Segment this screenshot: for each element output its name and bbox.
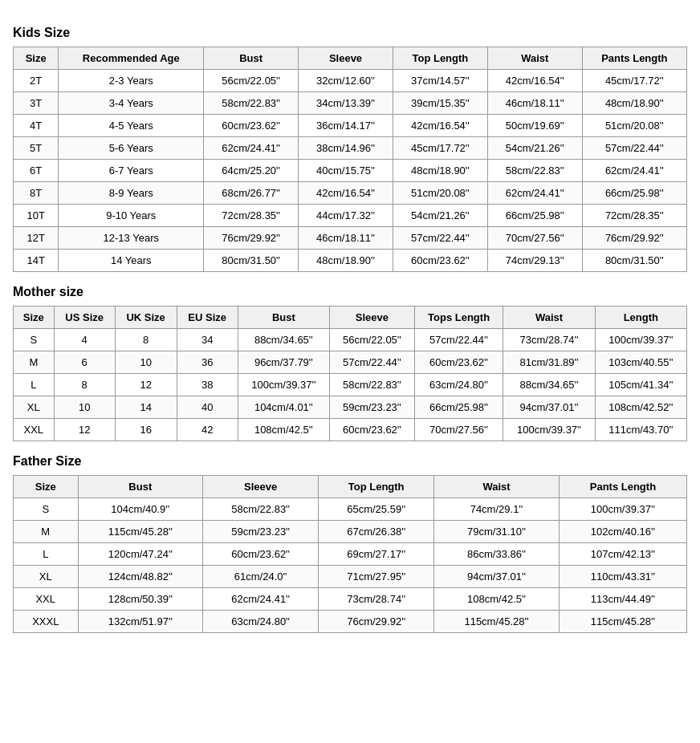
table-cell: 8 [115,329,177,351]
table-cell: 94cm/37.01'' [434,566,560,588]
table-cell: 62cm/24.41'' [487,182,582,205]
table-cell: 14 Years [59,250,204,272]
table-cell: 39cm/15.35'' [393,92,487,115]
header-cell: UK Size [115,307,177,329]
table-cell: 72cm/28.35'' [582,205,686,227]
kids-thead: SizeRecommended AgeBustSleeveTop LengthW… [14,47,687,70]
table-cell: 59cm/23.23'' [330,396,415,419]
table-cell: 66cm/25.98'' [414,396,503,419]
kids-table: SizeRecommended AgeBustSleeveTop LengthW… [13,47,687,272]
header-cell: Pants Length [582,47,686,70]
header-cell: Size [14,476,79,498]
table-cell: S [14,498,79,521]
table-row: 14T14 Years80cm/31.50''48cm/18.90''60cm/… [14,250,687,272]
header-cell: Recommended Age [59,47,204,70]
table-cell: 6-7 Years [59,160,204,182]
table-cell: 8T [14,182,59,205]
table-cell: 74cm/29.13'' [487,250,582,272]
mother-title: Mother size [13,285,687,299]
table-cell: 36 [177,351,238,374]
table-row: M115cm/45.28''59cm/23.23''67cm/26.38''79… [14,521,687,543]
table-cell: 6 [54,351,115,374]
table-row: M6103696cm/37.79''57cm/22.44''60cm/23.62… [14,351,687,374]
table-cell: 3-4 Years [59,92,204,115]
table-cell: 34 [177,329,238,351]
header-cell: Waist [503,307,595,329]
table-cell: 60cm/23.62'' [330,419,415,441]
table-cell: 46cm/18.11'' [299,227,393,250]
table-cell: 40cm/15.75'' [299,160,393,182]
table-cell: 10T [14,205,59,227]
table-cell: 80cm/31.50'' [204,250,299,272]
table-cell: 73cm/28.74'' [503,329,595,351]
table-row: XXL121642108cm/42.5''60cm/23.62''70cm/27… [14,419,687,441]
table-cell: 115cm/45.28'' [434,611,560,633]
table-row: XL101440104cm/4.01''59cm/23.23''66cm/25.… [14,396,687,419]
header-cell: Bust [238,307,329,329]
table-row: S104cm/40.9''58cm/22.83''65cm/25.59''74c… [14,498,687,521]
table-cell: 105cm/41.34'' [595,374,686,396]
table-cell: 102cm/40.16'' [559,521,686,543]
table-cell: 54cm/21.26'' [487,137,582,160]
table-cell: 2-3 Years [59,70,204,92]
table-cell: 66cm/25.98'' [487,205,582,227]
table-row: 6T6-7 Years64cm/25.20''40cm/15.75''48cm/… [14,160,687,182]
mother-tbody: S483488cm/34.65''56cm/22.05''57cm/22.44'… [14,329,687,441]
kids-title: Kids Size [13,26,687,40]
table-cell: 96cm/37.79'' [238,351,329,374]
table-cell: 58cm/22.83'' [204,92,299,115]
table-cell: 4T [14,115,59,137]
table-cell: 34cm/13.39'' [299,92,393,115]
table-row: L81238100cm/39.37''58cm/22.83''63cm/24.8… [14,374,687,396]
table-cell: 88cm/34.65'' [238,329,329,351]
table-cell: 76cm/29.92'' [319,611,434,633]
table-cell: 42 [177,419,238,441]
table-cell: 45cm/17.72'' [393,137,487,160]
table-cell: 48cm/18.90'' [393,160,487,182]
table-cell: 60cm/23.62'' [414,351,503,374]
header-cell: EU Size [177,307,238,329]
mother-section: Mother size SizeUS SizeUK SizeEU SizeBus… [13,285,687,441]
table-cell: 103cm/40.55'' [595,351,686,374]
table-cell: 100cm/39.37'' [238,374,329,396]
table-cell: 9-10 Years [59,205,204,227]
father-table: SizeBustSleeveTop LengthWaistPants Lengt… [13,475,687,633]
table-cell: 71cm/27.95'' [319,566,434,588]
table-cell: 62cm/24.41'' [203,588,319,611]
table-cell: 60cm/23.62'' [203,543,319,566]
table-cell: 4 [54,329,115,351]
table-cell: 108cm/42.5'' [434,588,560,611]
table-cell: 12 [115,374,177,396]
header-cell: Top Length [319,476,434,498]
table-cell: 113cm/44.49'' [559,588,686,611]
table-cell: M [14,351,55,374]
table-cell: L [14,543,79,566]
table-cell: 79cm/31.10'' [434,521,560,543]
table-cell: 51cm/20.08'' [582,115,686,137]
table-cell: S [14,329,55,351]
kids-tbody: 2T2-3 Years56cm/22.05''32cm/12.60''37cm/… [14,70,687,272]
table-cell: 45cm/17.72'' [582,70,686,92]
header-cell: Length [595,307,686,329]
table-cell: 10 [115,351,177,374]
table-cell: 51cm/20.08'' [393,182,487,205]
table-cell: 58cm/22.83'' [203,498,319,521]
table-cell: 36cm/14.17'' [299,115,393,137]
table-cell: 44cm/17.32'' [299,205,393,227]
table-cell: 104cm/4.01'' [238,396,329,419]
table-cell: 3T [14,92,59,115]
table-cell: M [14,521,79,543]
header-cell: US Size [54,307,115,329]
table-cell: 4-5 Years [59,115,204,137]
table-cell: 73cm/28.74'' [319,588,434,611]
father-title: Father Size [13,454,687,469]
table-cell: 72cm/28.35'' [204,205,299,227]
table-cell: 37cm/14.57'' [393,70,487,92]
table-row: 2T2-3 Years56cm/22.05''32cm/12.60''37cm/… [14,70,687,92]
table-row: 5T5-6 Years62cm/24.41''38cm/14.96''45cm/… [14,137,687,160]
table-cell: 46cm/18.11'' [487,92,582,115]
table-row: 8T8-9 Years68cm/26.77''42cm/16.54''51cm/… [14,182,687,205]
table-cell: 50cm/19.69'' [487,115,582,137]
table-cell: 10 [54,396,115,419]
table-cell: 58cm/22.83'' [487,160,582,182]
